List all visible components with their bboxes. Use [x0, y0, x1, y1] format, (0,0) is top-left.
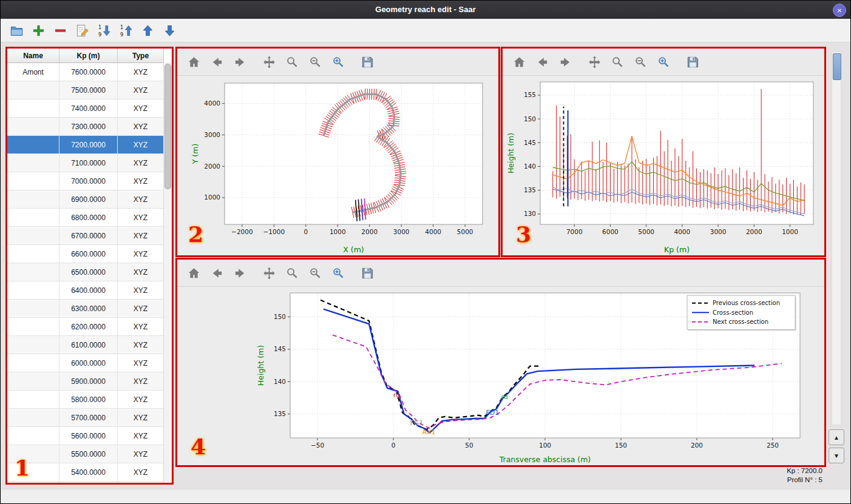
table-row[interactable]: 6500.0000XYZ — [7, 263, 164, 281]
table-row[interactable]: 5400.0000XYZ — [7, 463, 164, 482]
table-cell[interactable]: XYZ — [118, 445, 164, 463]
table-row[interactable]: 6900.0000XYZ — [7, 190, 164, 209]
table-cell[interactable] — [7, 300, 59, 317]
pan-button[interactable] — [261, 54, 277, 70]
table-row[interactable]: 7000.0000XYZ — [7, 172, 164, 190]
table-cell[interactable]: 6200.0000 — [59, 318, 118, 335]
table-cell[interactable] — [7, 245, 59, 263]
save-button[interactable] — [685, 54, 701, 70]
table-cell[interactable]: XYZ — [118, 136, 164, 153]
table-cell[interactable]: 7400.0000 — [59, 99, 118, 117]
table-row[interactable]: 5600.0000XYZ — [7, 427, 164, 445]
table-cell[interactable] — [7, 172, 59, 190]
table-cell[interactable] — [7, 318, 59, 335]
table-cell[interactable]: XYZ — [118, 409, 164, 426]
table-cell[interactable]: 5700.0000 — [59, 409, 118, 426]
close-button[interactable]: ✕ — [833, 4, 846, 17]
forward-button[interactable] — [232, 54, 248, 70]
table-cell[interactable]: 5900.0000 — [59, 372, 118, 390]
back-button[interactable] — [209, 54, 225, 70]
table-cell[interactable]: 6600.0000 — [59, 245, 118, 263]
table-cell[interactable]: 6900.0000 — [59, 190, 118, 208]
table-cell[interactable]: 5500.0000 — [59, 445, 118, 463]
column-header[interactable]: Name — [7, 49, 59, 62]
table-cell[interactable]: XYZ — [118, 99, 164, 117]
table-cell[interactable]: 6400.0000 — [59, 281, 118, 299]
table-cell[interactable] — [7, 482, 59, 483]
table-cell[interactable]: 7500.0000 — [59, 81, 118, 99]
table-row[interactable]: 6700.0000XYZ — [7, 227, 164, 245]
table-cell[interactable]: XYZ — [118, 263, 164, 281]
table-cell[interactable]: 5800.0000 — [59, 391, 118, 408]
remove-button[interactable] — [52, 22, 69, 39]
table-cell[interactable]: 6000.0000 — [59, 354, 118, 372]
table-row[interactable]: 7200.0000XYZ — [7, 136, 164, 154]
zoom-button[interactable] — [284, 54, 300, 70]
table-row[interactable]: 5800.0000XYZ — [7, 391, 164, 409]
table-cell[interactable]: XYZ — [118, 190, 164, 208]
table-cell[interactable]: XYZ — [118, 63, 164, 81]
table-row[interactable]: 6000.0000XYZ — [7, 354, 164, 372]
table-cell[interactable] — [7, 372, 59, 390]
table-cell[interactable] — [7, 136, 59, 153]
sort-asc-button[interactable]: 19 — [118, 22, 134, 39]
table-cell[interactable] — [7, 209, 59, 226]
table-row[interactable]: 6800.0000XYZ — [7, 209, 164, 227]
table-row[interactable]: 6200.0000XYZ — [7, 318, 164, 336]
table-cell[interactable]: 6700.0000 — [59, 227, 118, 244]
table-cell[interactable]: 7300.0000 — [59, 118, 118, 135]
move-up-button[interactable] — [140, 22, 156, 39]
table-scrollbar[interactable] — [163, 62, 172, 483]
home-button[interactable] — [511, 54, 527, 70]
table-cell[interactable]: XYZ — [118, 245, 164, 263]
table-row[interactable]: 7500.0000XYZ — [7, 81, 164, 99]
save-button[interactable] — [359, 265, 376, 281]
table-cell[interactable]: XYZ — [118, 336, 164, 354]
table-cell[interactable]: 5400.0000 — [59, 463, 118, 481]
table-cell[interactable] — [7, 391, 59, 408]
scroll-up-button[interactable]: ▲ — [829, 429, 844, 445]
table-cell[interactable] — [7, 118, 59, 135]
table-cell[interactable] — [7, 427, 59, 445]
scroll-down-button[interactable]: ▼ — [829, 448, 844, 463]
table-row[interactable]: 6300.0000XYZ — [7, 300, 164, 318]
table-scrollbar-thumb[interactable] — [164, 64, 171, 189]
add-button[interactable] — [30, 22, 47, 39]
zoom-button[interactable] — [609, 54, 626, 70]
table-cell[interactable]: 7000.0000 — [59, 172, 118, 190]
move-down-button[interactable] — [161, 22, 178, 39]
table-cell[interactable]: 7600.0000 — [59, 63, 118, 81]
back-button[interactable] — [534, 54, 551, 70]
zoom-out-button[interactable] — [307, 265, 324, 281]
table-cell[interactable] — [7, 354, 59, 372]
table-cell[interactable]: XYZ — [118, 300, 164, 317]
cross-section-table[interactable]: NameKp (m)TypeAmont7600.0000XYZ7500.0000… — [7, 49, 164, 483]
table-cell[interactable]: XYZ — [118, 391, 164, 408]
table-row[interactable]: 6600.0000XYZ — [7, 245, 164, 263]
column-header[interactable]: Kp (m) — [59, 49, 118, 62]
zoom-in-button[interactable] — [330, 54, 347, 70]
table-cell[interactable]: 6800.0000 — [59, 209, 118, 226]
plan-view-chart[interactable]: −2000−1000010002000300040005000100020003… — [177, 76, 498, 256]
sort-desc-button[interactable]: 19 — [96, 22, 112, 39]
home-button[interactable] — [186, 265, 202, 281]
zoom-out-button[interactable] — [307, 54, 324, 70]
table-row[interactable]: 7300.0000XYZ — [7, 118, 164, 136]
table-cell[interactable]: XYZ — [118, 172, 164, 190]
table-row[interactable]: 5300.0000XYZ — [7, 482, 164, 483]
table-cell[interactable]: 6500.0000 — [59, 263, 118, 281]
table-cell[interactable]: XYZ — [118, 354, 164, 372]
table-cell[interactable]: 7200.0000 — [59, 136, 118, 153]
zoom-out-button[interactable] — [632, 54, 649, 70]
table-cell[interactable]: XYZ — [118, 482, 164, 483]
forward-button[interactable] — [557, 54, 574, 70]
save-button[interactable] — [359, 54, 376, 70]
table-cell[interactable]: 6300.0000 — [59, 300, 118, 317]
table-cell[interactable]: XYZ — [118, 463, 164, 481]
table-cell[interactable]: XYZ — [118, 318, 164, 335]
longitudinal-profile-chart[interactable]: 7000600050004000300020001000130135140145… — [503, 76, 824, 256]
column-header[interactable]: Type — [118, 49, 164, 62]
table-row[interactable]: 7100.0000XYZ — [7, 154, 164, 172]
table-row[interactable]: 5700.0000XYZ — [7, 409, 164, 427]
window-scrollbar-thumb[interactable] — [833, 53, 841, 80]
